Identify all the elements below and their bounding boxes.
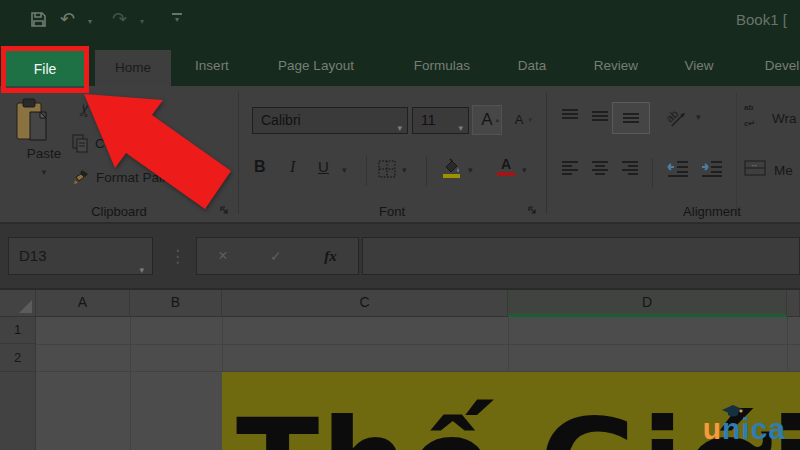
window-title: Book1 [	[736, 11, 787, 28]
grow-font-caret-icon: ▴	[495, 106, 499, 134]
grow-font-label: A	[481, 110, 492, 129]
watermark-u: u	[703, 412, 722, 445]
align-middle-button[interactable]	[590, 108, 610, 124]
tab-insert[interactable]: Insert	[180, 45, 244, 86]
grow-font-button[interactable]: A ▴	[472, 105, 502, 135]
align-right-button[interactable]	[620, 160, 640, 178]
cancel-icon[interactable]: ×	[218, 247, 227, 265]
orientation-caret-icon[interactable]: ▾	[696, 112, 701, 122]
font-group-label: Font	[238, 204, 546, 219]
fill-color-button[interactable]	[440, 158, 462, 180]
insert-function-button[interactable]: fx	[324, 248, 337, 265]
worksheet[interactable]: A B C D 1 2 Thế Giới unica	[0, 290, 800, 450]
column-header-d-selected[interactable]: D	[508, 290, 787, 317]
font-color-caret-icon[interactable]: ▾	[522, 165, 527, 175]
redo-icon: ↷	[112, 8, 127, 30]
wrap-text-label[interactable]: Wra	[772, 111, 797, 126]
merge-arrows-glyph: ↔	[750, 160, 758, 169]
font-dialog-launcher-icon[interactable]	[527, 205, 537, 215]
font-size-caret-icon[interactable]: ▾	[458, 116, 463, 141]
save-icon[interactable]	[30, 11, 47, 28]
enter-icon[interactable]: ✓	[270, 248, 282, 264]
name-box[interactable]: D13 ▾	[8, 237, 153, 275]
tab-developer[interactable]: Devel	[742, 45, 800, 86]
select-all-triangle-icon	[19, 300, 32, 313]
tab-data[interactable]: Data	[500, 45, 564, 86]
paste-button[interactable]: Paste ▾	[14, 98, 74, 208]
bold-button[interactable]: B	[254, 158, 266, 176]
cut-button-scissors-icon[interactable]: ✂	[74, 102, 97, 120]
format-painter-button[interactable]: Format Painter	[72, 168, 185, 186]
row-header-1[interactable]: 1	[0, 317, 36, 344]
tab-view[interactable]: View	[664, 45, 734, 86]
name-box-value: D13	[19, 247, 47, 264]
wrap-return-icon: ↵	[748, 119, 755, 128]
column-header-partial[interactable]	[787, 290, 800, 317]
gridline	[36, 344, 800, 345]
font-size-value: 11	[421, 112, 436, 128]
font-name-caret-icon[interactable]: ▾	[397, 116, 402, 141]
tab-formulas[interactable]: Formulas	[390, 45, 494, 86]
name-box-caret-icon[interactable]: ▾	[139, 252, 144, 288]
increase-indent-button[interactable]	[700, 160, 724, 178]
borders-caret-icon[interactable]: ▾	[402, 165, 407, 175]
italic-button[interactable]: I	[290, 158, 295, 176]
font-name-value: Calibri	[261, 112, 301, 128]
tab-page-layout[interactable]: Page Layout	[258, 45, 374, 86]
merge-center-icon: ↔	[744, 160, 766, 176]
orientation-icon: ab	[662, 100, 690, 128]
alignment-group-label: Alignment	[592, 204, 800, 219]
underline-button[interactable]: U	[318, 158, 329, 175]
undo-caret-icon[interactable]: ▾	[88, 17, 92, 26]
underline-caret-icon[interactable]: ▾	[342, 165, 347, 175]
align-bottom-button[interactable]	[612, 102, 650, 134]
orientation-button[interactable]: ab	[662, 100, 690, 128]
separator	[426, 156, 427, 186]
align-left-button[interactable]	[560, 160, 580, 178]
copy-icon	[72, 134, 89, 153]
copy-label: Copy	[95, 136, 127, 151]
wrap-text-icon: ab	[744, 104, 755, 112]
customize-quick-access-toolbar-icon[interactable]: ▾	[172, 13, 182, 24]
shrink-font-button[interactable]: A ▾	[506, 107, 532, 133]
shrink-font-label: A	[515, 112, 524, 127]
clipboard-dialog-launcher-icon[interactable]	[219, 205, 229, 215]
fill-color-bucket-icon	[440, 158, 462, 180]
borders-icon	[378, 160, 396, 178]
paste-caret-icon: ▾	[42, 167, 47, 177]
font-size-combo[interactable]: 11 ▾	[412, 107, 469, 134]
unica-watermark: unica	[703, 412, 786, 446]
column-header-a[interactable]: A	[36, 290, 130, 317]
format-painter-label: Format Painter	[96, 170, 185, 185]
font-name-combo[interactable]: Calibri ▾	[252, 107, 408, 134]
column-header-c[interactable]: C	[222, 290, 508, 317]
column-header-b[interactable]: B	[130, 290, 222, 317]
formula-bar-separator-dots[interactable]: ⋮	[169, 246, 186, 267]
formula-input[interactable]	[362, 237, 800, 275]
font-color-bar	[497, 172, 515, 176]
shrink-font-caret-icon: ▾	[528, 107, 532, 133]
align-top-button[interactable]	[560, 108, 580, 124]
align-center-button[interactable]	[590, 160, 610, 178]
gridline	[130, 317, 131, 450]
merge-center-label[interactable]: Me	[774, 163, 793, 178]
font-color-button[interactable]: A	[496, 157, 516, 176]
sheet-picture[interactable]: Thế Giới unica	[222, 372, 800, 450]
tab-review[interactable]: Review	[572, 45, 660, 86]
fill-color-caret-icon[interactable]: ▾	[468, 165, 473, 175]
wrap-text-button[interactable]: ab c↵	[744, 104, 755, 130]
decrease-indent-button[interactable]	[666, 160, 690, 178]
row-header-3[interactable]	[0, 372, 36, 450]
separator	[652, 158, 653, 188]
clipboard-group-label: Clipboard	[0, 204, 238, 219]
borders-button[interactable]	[378, 160, 396, 178]
format-painter-brush-icon	[72, 168, 90, 186]
tab-home[interactable]: Home	[95, 50, 171, 86]
merge-center-button[interactable]: ↔	[744, 160, 766, 176]
paste-label: Paste	[14, 146, 74, 161]
row-header-2[interactable]: 2	[0, 344, 36, 372]
highlight-box	[1, 46, 89, 93]
copy-button[interactable]: Copy	[72, 134, 127, 153]
undo-icon[interactable]: ↶	[60, 8, 75, 30]
select-all-button[interactable]	[0, 290, 36, 317]
